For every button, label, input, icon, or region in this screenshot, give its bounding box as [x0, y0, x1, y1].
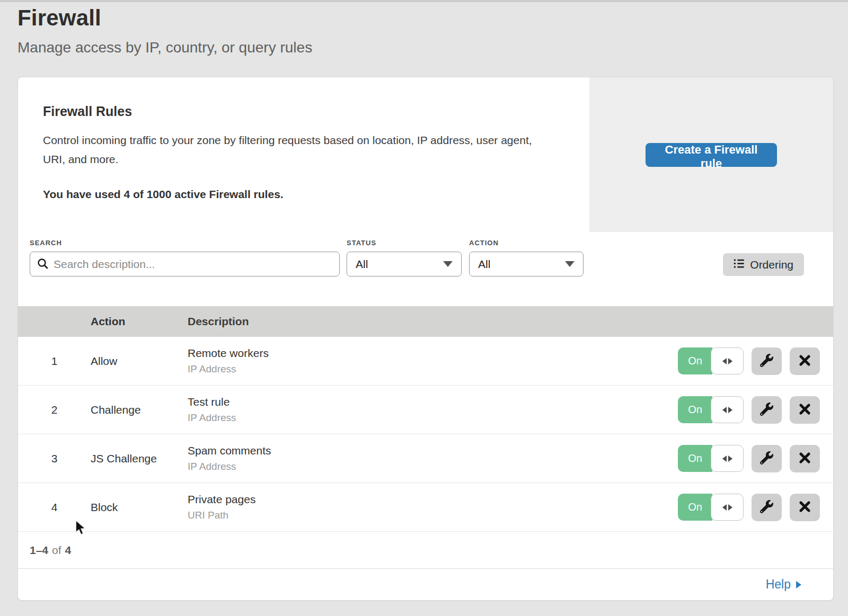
action-select[interactable]: All — [469, 252, 584, 276]
page-title: Firewall — [17, 5, 312, 31]
toggle-handle[interactable] — [711, 445, 744, 472]
rule-priority: 3 — [18, 452, 91, 465]
rule-enabled-toggle[interactable]: On — [678, 445, 744, 472]
rule-action: Block — [91, 501, 188, 514]
edit-rule-button[interactable] — [752, 396, 782, 424]
close-icon — [799, 354, 811, 368]
table-row: 3 JS Challenge Spam comments IP Address … — [18, 434, 833, 483]
rule-priority: 4 — [18, 501, 91, 514]
toggle-left-arrow-icon — [722, 358, 727, 364]
rule-description: Private pages — [188, 493, 677, 506]
toggle-right-arrow-icon — [728, 358, 732, 364]
wrench-icon — [760, 500, 773, 515]
close-icon — [799, 403, 811, 417]
rule-action: JS Challenge — [91, 452, 188, 465]
search-input[interactable] — [30, 252, 340, 276]
rule-enabled-toggle[interactable]: On — [678, 494, 744, 521]
search-filter-group: SEARCH — [30, 239, 340, 276]
page-subtitle: Manage access by IP, country, or query r… — [17, 39, 312, 56]
help-row: Help — [18, 569, 833, 600]
status-label: STATUS — [347, 239, 462, 247]
pagination: 1–4 of 4 — [18, 532, 833, 569]
delete-rule-button[interactable] — [790, 494, 820, 521]
toggle-left-arrow-icon — [722, 456, 727, 462]
rule-action: Allow — [91, 355, 188, 368]
edit-rule-button[interactable] — [752, 445, 782, 472]
rule-description: Remote workers — [188, 347, 677, 360]
toggle-on-label: On — [678, 494, 712, 521]
wrench-icon — [760, 403, 773, 417]
rule-match-type: IP Address — [188, 412, 677, 424]
rules-table-body: 1 Allow Remote workers IP Address On — [18, 337, 833, 532]
ordering-list-icon — [734, 258, 745, 271]
toggle-on-label: On — [678, 396, 712, 423]
chevron-down-icon — [565, 261, 575, 267]
rule-priority: 2 — [18, 404, 91, 416]
create-firewall-rule-button[interactable]: Create a Firewall rule — [646, 143, 777, 167]
close-icon — [799, 501, 811, 514]
rule-enabled-toggle[interactable]: On — [678, 396, 744, 423]
toggle-on-label: On — [678, 347, 712, 374]
rule-action: Challenge — [91, 404, 188, 416]
rule-enabled-toggle[interactable]: On — [678, 347, 744, 374]
close-icon — [799, 452, 811, 466]
toggle-on-label: On — [678, 445, 712, 472]
action-label: ACTION — [469, 239, 584, 247]
rule-description: Test rule — [188, 396, 677, 408]
table-row: 2 Challenge Test rule IP Address On — [18, 386, 833, 434]
wrench-icon — [760, 354, 773, 369]
toggle-handle[interactable] — [711, 396, 744, 423]
search-icon — [37, 258, 49, 270]
action-column-header: Action — [91, 315, 188, 328]
filter-bar: SEARCH STATUS All ACTION All — [18, 232, 833, 306]
toggle-left-arrow-icon — [722, 504, 727, 511]
page-header: Firewall Manage access by IP, country, o… — [17, 5, 312, 56]
table-header: Action Description — [18, 306, 833, 337]
search-label: SEARCH — [30, 239, 340, 247]
create-rule-panel: Create a Firewall rule — [589, 77, 833, 232]
toggle-right-arrow-icon — [728, 456, 732, 462]
table-row: 4 Block Private pages URI Path On — [18, 483, 833, 532]
toggle-left-arrow-icon — [722, 407, 727, 413]
rule-priority: 1 — [18, 355, 91, 368]
delete-rule-button[interactable] — [790, 445, 820, 472]
status-select-value: All — [356, 258, 443, 271]
ordering-button-label: Ordering — [750, 258, 793, 271]
card-intro: Firewall Rules Control incoming traffic … — [18, 77, 589, 232]
action-filter-group: ACTION All — [469, 239, 584, 276]
wrench-icon — [760, 451, 773, 466]
table-row: 1 Allow Remote workers IP Address On — [18, 337, 833, 386]
card-heading: Firewall Rules — [43, 104, 558, 119]
delete-rule-button[interactable] — [790, 347, 820, 375]
toggle-right-arrow-icon — [728, 407, 732, 413]
toggle-handle[interactable] — [711, 494, 744, 521]
firewall-rules-card: Firewall Rules Control incoming traffic … — [17, 77, 834, 601]
ordering-button[interactable]: Ordering — [723, 253, 804, 276]
rules-usage-text: You have used 4 of 1000 active Firewall … — [43, 188, 558, 201]
toggle-handle[interactable] — [711, 347, 744, 374]
action-select-value: All — [478, 258, 565, 271]
arrow-right-icon — [796, 581, 801, 588]
help-link-label: Help — [766, 577, 791, 592]
chevron-down-icon — [443, 261, 453, 267]
help-link[interactable]: Help — [766, 577, 801, 592]
pagination-range: 1–4 — [30, 544, 48, 557]
pagination-of: of — [52, 544, 61, 557]
card-description: Control incoming traffic to your zone by… — [43, 131, 552, 169]
edit-rule-button[interactable] — [752, 494, 782, 521]
status-select[interactable]: All — [347, 252, 462, 276]
status-filter-group: STATUS All — [347, 239, 462, 276]
card-top-section: Firewall Rules Control incoming traffic … — [18, 77, 833, 232]
rule-match-type: IP Address — [188, 363, 677, 375]
window-top-edge — [0, 0, 848, 2]
toggle-right-arrow-icon — [728, 504, 732, 511]
edit-rule-button[interactable] — [752, 347, 782, 375]
description-column-header: Description — [188, 315, 677, 328]
rule-description: Spam comments — [188, 444, 677, 457]
rule-match-type: URI Path — [188, 510, 677, 521]
rule-match-type: IP Address — [188, 461, 677, 472]
delete-rule-button[interactable] — [790, 396, 820, 424]
pagination-total: 4 — [65, 544, 72, 557]
